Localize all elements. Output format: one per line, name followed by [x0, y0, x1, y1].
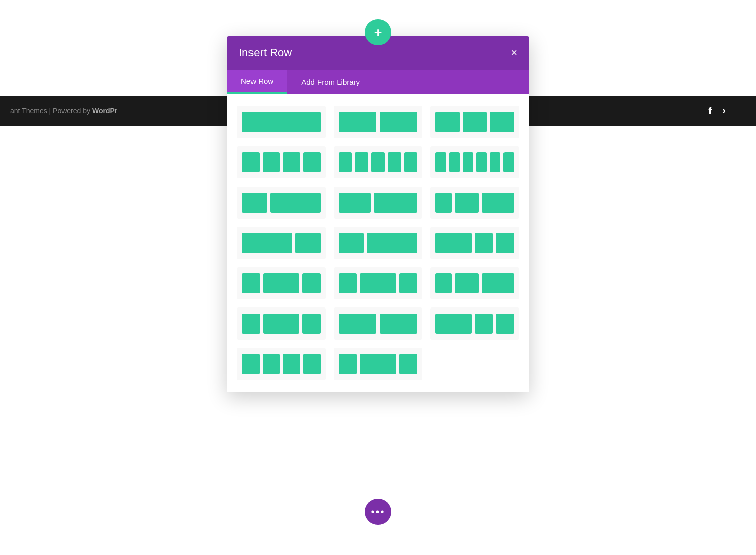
col-block: [463, 112, 487, 132]
col-block: [435, 273, 452, 293]
layout-1col[interactable]: [237, 106, 326, 138]
col-block: [404, 152, 417, 172]
col-block: [490, 152, 500, 172]
layout-small-large[interactable]: [334, 227, 422, 259]
layout-large-small[interactable]: [237, 227, 326, 259]
modal-title: Insert Row: [239, 46, 292, 59]
col-block: [435, 112, 460, 132]
layout-2col-equal[interactable]: [334, 106, 422, 138]
col-block: [339, 112, 376, 132]
modal-close-button[interactable]: ×: [511, 47, 517, 58]
col-block: [263, 314, 299, 334]
top-bar-icons: f ›: [708, 104, 726, 117]
layout-3col-lg-mid[interactable]: [334, 348, 422, 380]
col-block: [303, 152, 321, 172]
layout-3col-variant[interactable]: [430, 267, 519, 299]
col-block: [475, 314, 493, 334]
col-block: [435, 193, 452, 213]
col-block: [270, 193, 321, 213]
col-block: [360, 354, 396, 374]
col-block: [435, 314, 472, 334]
col-block: [302, 314, 321, 334]
col-block: [503, 152, 514, 172]
top-bar-text: ant Themes | Powered by WordPr: [10, 107, 117, 115]
col-block: [388, 152, 401, 172]
col-block: [303, 354, 321, 374]
layout-3col-equal[interactable]: [430, 106, 519, 138]
col-block: [455, 273, 479, 293]
layout-sm-med-sm[interactable]: [237, 267, 326, 299]
col-block: [435, 233, 472, 253]
modal-tabs: New Row Add From Library: [227, 70, 529, 94]
col-block: [399, 354, 417, 374]
layout-large-sm-sm[interactable]: [430, 227, 519, 259]
col-block: [455, 193, 479, 213]
col-block: [463, 152, 473, 172]
col-block: [374, 193, 417, 213]
layout-med-sm-med[interactable]: [334, 267, 422, 299]
layout-4col-b[interactable]: [237, 348, 326, 380]
col-block: [476, 152, 487, 172]
col-block: [242, 354, 260, 374]
tab-new-row[interactable]: New Row: [227, 70, 287, 94]
layout-mid-col[interactable]: [334, 187, 422, 219]
layout-4col-equal[interactable]: [237, 146, 326, 178]
col-block: [339, 233, 364, 253]
layout-1-1-2col[interactable]: [430, 187, 519, 219]
col-block: [242, 314, 260, 334]
options-button-bottom[interactable]: •••: [365, 499, 391, 525]
col-block: [482, 193, 514, 213]
col-block: [371, 152, 385, 172]
layout-5col-equal[interactable]: [334, 146, 422, 178]
col-block: [355, 152, 368, 172]
layout-6col-equal[interactable]: [430, 146, 519, 178]
col-block: [339, 152, 352, 172]
layout-lg-sm-right[interactable]: [430, 307, 519, 340]
col-block: [339, 193, 371, 213]
col-block: [399, 273, 417, 293]
tab-add-from-library[interactable]: Add From Library: [287, 70, 374, 94]
col-block: [482, 273, 514, 293]
layout-sm-lg-sm[interactable]: [237, 307, 326, 340]
col-block: [435, 152, 446, 172]
col-block: [263, 273, 299, 293]
layout-1-2col[interactable]: [237, 187, 326, 219]
col-block: [242, 112, 321, 132]
modal-body: [227, 94, 529, 392]
col-block: [263, 152, 280, 172]
col-block: [490, 112, 514, 132]
col-block: [339, 314, 376, 334]
col-block: [339, 354, 357, 374]
insert-row-modal: Insert Row × New Row Add From Library: [227, 36, 529, 392]
col-block: [263, 354, 280, 374]
col-block: [380, 112, 417, 132]
col-block: [242, 193, 267, 213]
add-row-button-top[interactable]: +: [365, 19, 391, 45]
col-block: [360, 273, 396, 293]
col-block: [242, 233, 292, 253]
col-block: [302, 273, 321, 293]
col-block: [295, 233, 321, 253]
layout-2col-b[interactable]: [334, 307, 422, 340]
col-block: [367, 233, 417, 253]
col-block: [475, 233, 493, 253]
col-block: [283, 152, 300, 172]
col-block: [242, 273, 260, 293]
col-block: [496, 314, 514, 334]
facebook-icon: f: [708, 104, 712, 117]
col-block: [339, 273, 357, 293]
col-block: [380, 314, 417, 334]
arrow-right-icon: ›: [722, 104, 726, 117]
col-block: [242, 152, 260, 172]
col-block: [496, 233, 514, 253]
col-block: [449, 152, 460, 172]
col-block: [283, 354, 300, 374]
layout-grid: [237, 106, 519, 380]
